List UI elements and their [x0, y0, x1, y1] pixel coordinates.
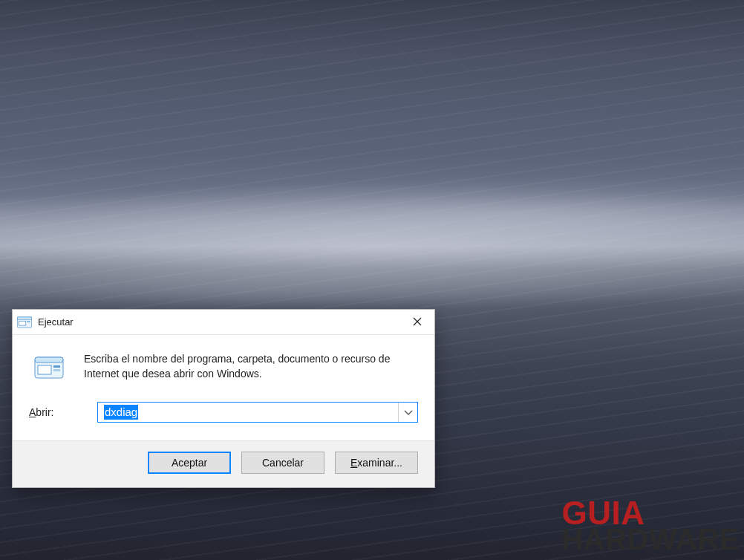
close-button[interactable]	[400, 310, 434, 335]
svg-rect-7	[53, 365, 60, 368]
svg-rect-6	[38, 365, 51, 374]
svg-rect-1	[17, 316, 31, 319]
svg-rect-2	[19, 321, 26, 325]
svg-rect-3	[27, 321, 30, 322]
browse-button-rest: xaminar...	[357, 457, 402, 469]
ok-button-label: Aceptar	[172, 457, 207, 469]
watermark-logo: GUIA HARDWARE	[561, 499, 740, 553]
run-window-icon	[17, 316, 32, 328]
desktop-wallpaper: GUIA HARDWARE Ejecutar	[0, 0, 744, 560]
open-label-accel: A	[29, 406, 36, 418]
open-input[interactable]	[98, 403, 398, 422]
chevron-down-icon	[404, 406, 413, 419]
dialog-title: Ejecutar	[38, 316, 74, 328]
ok-button[interactable]: Aceptar	[148, 452, 231, 474]
open-row: Abrir: dxdiag	[13, 388, 434, 440]
browse-button[interactable]: Examinar...	[335, 452, 418, 474]
open-label: Abrir:	[29, 406, 97, 418]
svg-rect-5	[35, 357, 63, 362]
cancel-button[interactable]: Cancelar	[241, 452, 324, 474]
dialog-body: Escriba el nombre del programa, carpeta,…	[13, 335, 434, 388]
run-glyph-icon	[33, 353, 66, 385]
dialog-description: Escriba el nombre del programa, carpeta,…	[84, 351, 418, 382]
titlebar[interactable]: Ejecutar	[13, 310, 434, 335]
open-label-rest: brir:	[36, 406, 53, 418]
watermark-bottom: HARDWARE	[561, 527, 740, 553]
close-icon	[413, 316, 422, 329]
watermark-top: GUIA	[561, 499, 740, 528]
browse-button-accel: E	[350, 457, 357, 469]
open-combobox[interactable]: dxdiag	[97, 402, 418, 423]
cancel-button-label: Cancelar	[262, 457, 304, 469]
run-dialog: Ejecutar Escriba el no	[12, 309, 435, 488]
dialog-footer: Aceptar Cancelar Examinar...	[13, 440, 434, 487]
open-dropdown-button[interactable]	[398, 403, 417, 422]
svg-rect-8	[53, 369, 60, 371]
